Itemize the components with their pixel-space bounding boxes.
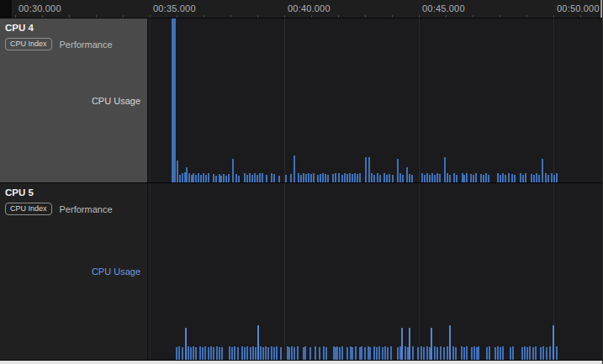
usage-bar — [325, 174, 326, 182]
usage-bar — [470, 174, 472, 182]
usage-bar — [405, 346, 406, 360]
usage-bar — [502, 173, 504, 182]
usage-bar — [294, 347, 295, 360]
ruler-tick — [42, 15, 43, 18]
usage-bar — [208, 347, 209, 360]
usage-bar — [241, 346, 243, 360]
usage-bar — [489, 346, 490, 360]
usage-bar — [349, 173, 351, 182]
usage-bar — [355, 346, 357, 360]
usage-bar — [376, 347, 378, 360]
usage-bar — [271, 173, 272, 182]
usage-bar — [421, 173, 423, 182]
usage-bar — [521, 347, 523, 360]
usage-bar — [278, 176, 280, 182]
usage-bar — [373, 175, 375, 182]
usage-bar — [323, 346, 325, 360]
usage-bar — [402, 175, 404, 182]
usage-bar — [485, 173, 487, 182]
usage-bar — [303, 173, 304, 182]
usage-bar — [511, 174, 513, 182]
track-row-cpu4[interactable]: CPU 4 CPU Index Performance CPU Usage — [0, 18, 602, 183]
usage-bar — [225, 176, 227, 182]
usage-bar — [220, 176, 222, 182]
usage-bar — [361, 346, 362, 360]
usage-bar — [551, 173, 553, 182]
lane-label-cpu-usage: CPU Usage — [92, 266, 140, 277]
usage-bar — [397, 347, 399, 360]
ruler-tick — [96, 15, 97, 18]
usage-bar — [266, 175, 267, 182]
usage-bar — [401, 328, 403, 360]
usage-bar — [300, 175, 302, 182]
usage-bar — [502, 346, 504, 360]
usage-bar — [357, 174, 358, 182]
usage-bar — [529, 346, 531, 360]
track-plot-cpu5[interactable] — [148, 183, 602, 360]
usage-bar — [185, 328, 187, 360]
usage-bar — [389, 174, 390, 182]
usage-bar — [273, 174, 275, 182]
usage-bar — [426, 346, 428, 360]
track-plot-cpu4[interactable] — [148, 18, 602, 182]
time-label: 00:50.000 — [557, 3, 600, 13]
usage-bar — [542, 159, 543, 182]
cpu-index-badge: CPU Index — [5, 38, 52, 50]
usage-bar — [447, 346, 448, 360]
usage-bar — [535, 346, 537, 360]
usage-bar — [486, 347, 488, 360]
usage-bar — [359, 173, 361, 182]
usage-bar — [471, 347, 473, 360]
usage-bar — [397, 159, 399, 182]
timeline-gridline — [553, 18, 554, 182]
usage-bar — [177, 161, 178, 182]
track-title: CPU 4 — [5, 23, 34, 33]
track-row-cpu5[interactable]: CPU 5 CPU Index Performance CPU Usage — [0, 183, 602, 360]
usage-bar — [536, 173, 537, 182]
track-subtitle: Performance — [60, 40, 113, 50]
usage-bar — [365, 157, 367, 182]
usage-bar — [182, 173, 183, 182]
usage-bar — [290, 174, 292, 182]
usage-bar — [257, 175, 258, 182]
ruler-tick — [338, 15, 339, 18]
usage-bar — [377, 173, 378, 182]
usage-bar — [203, 173, 204, 182]
usage-bar — [512, 346, 514, 360]
usage-bar — [310, 174, 312, 182]
usage-bar — [178, 346, 180, 360]
ruler-tick — [284, 15, 285, 18]
usage-bar — [524, 346, 526, 360]
usage-bar — [556, 173, 558, 182]
usage-bar — [202, 347, 204, 360]
usage-bar — [473, 346, 475, 360]
ruler-tick — [230, 15, 231, 18]
usage-bar — [273, 347, 275, 360]
usage-bar — [466, 346, 468, 360]
usage-bar — [267, 347, 269, 360]
usage-bar — [473, 175, 474, 182]
usage-bar — [213, 347, 214, 360]
timeline-ruler[interactable]: 00:30.00000:35.00000:40.00000:45.00000:5… — [0, 0, 602, 18]
track-header-cpu4[interactable]: CPU 4 CPU Index Performance CPU Usage — [0, 18, 148, 182]
track-header-cpu5[interactable]: CPU 5 CPU Index Performance CPU Usage — [0, 183, 148, 360]
time-label: 00:35.000 — [153, 3, 196, 13]
usage-bar — [500, 175, 501, 182]
usage-bar — [188, 346, 189, 360]
usage-bar — [373, 346, 375, 360]
timeline-gridline — [150, 18, 151, 182]
usage-bar — [204, 346, 206, 360]
usage-bar — [540, 347, 542, 360]
usage-bar — [285, 175, 287, 182]
usage-bar — [463, 347, 465, 360]
usage-bar — [332, 174, 334, 182]
usage-bar — [463, 175, 465, 182]
usage-bar — [382, 347, 383, 360]
usage-bar — [246, 175, 248, 182]
time-label: 00:45.000 — [422, 3, 465, 13]
ruler-tick — [392, 15, 393, 18]
usage-bar — [305, 174, 307, 182]
usage-bar — [246, 346, 248, 360]
usage-bar — [352, 174, 353, 182]
cpu-index-badge: CPU Index — [5, 203, 52, 215]
